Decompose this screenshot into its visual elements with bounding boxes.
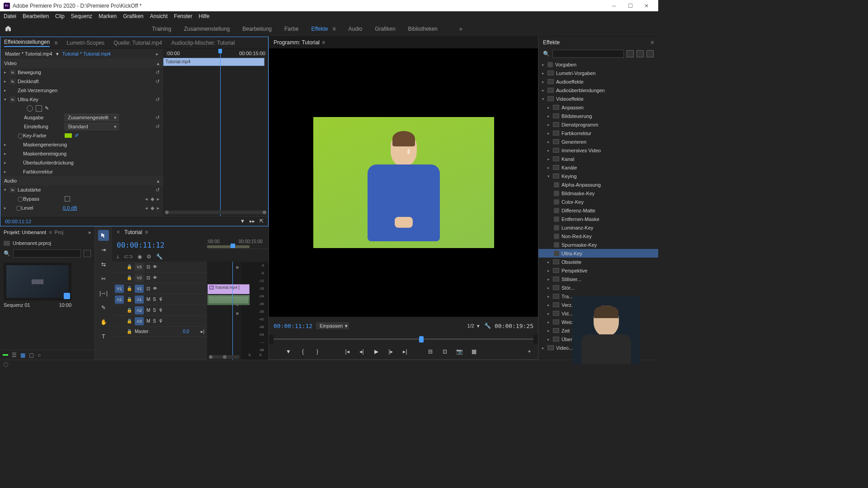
linked-selection-icon[interactable]: ⊂⊃ (124, 253, 133, 260)
chevron-right-icon[interactable]: ▸ (4, 88, 9, 93)
type-tool[interactable]: T (98, 331, 109, 342)
workspace-farbe[interactable]: Farbe (284, 26, 298, 32)
export-frame-icon[interactable]: ⇱ (259, 218, 264, 224)
panel-menu-icon[interactable]: ≡ (145, 229, 148, 235)
home-icon[interactable] (5, 25, 13, 33)
snap-icon[interactable]: ⫰ (117, 253, 119, 260)
panel-menu-icon[interactable]: ≡ (49, 230, 52, 235)
program-monitor[interactable]: ✐ (269, 48, 538, 317)
tree-kanale[interactable]: ▸Kanäle (538, 163, 658, 172)
play-only-icon[interactable]: ▸▸ (250, 218, 255, 224)
pen-mask-icon[interactable]: ✎ (45, 105, 51, 112)
keyframe-handle[interactable] (236, 303, 239, 306)
track-target-a1[interactable]: A1 (135, 296, 144, 304)
tree-spur[interactable]: Spurmaske-Key (538, 240, 658, 249)
play-button[interactable]: ▶ (372, 347, 380, 356)
filter-icon[interactable] (84, 250, 91, 257)
program-scrub-bar[interactable] (274, 335, 533, 344)
chevron-right-icon[interactable]: ▸ (4, 70, 9, 75)
lock-icon[interactable]: 🔒 (127, 297, 132, 302)
ausgabe-dropdown[interactable]: Zusammengestellt (65, 114, 119, 121)
razor-tool[interactable]: ✂ (98, 273, 109, 284)
marker-icon[interactable]: ◉ (137, 253, 142, 260)
freeform-view-icon[interactable]: ▢ (29, 352, 34, 358)
filter-yuv-icon[interactable] (646, 50, 654, 57)
collapse-icon[interactable]: ▴ (157, 178, 160, 184)
master-value[interactable]: 0,0 (183, 329, 189, 334)
add-button-icon[interactable]: + (525, 347, 533, 356)
lock-icon[interactable]: 🔒 (127, 319, 132, 324)
next-keyframe-icon[interactable]: ▸ (157, 205, 160, 211)
keyframe-handle[interactable] (236, 266, 239, 269)
zoom-slider[interactable]: ○ (38, 352, 41, 358)
workspace-grafiken[interactable]: Grafiken (375, 26, 395, 32)
eye-icon[interactable]: 👁 (153, 264, 159, 269)
tree-audioeffekte[interactable]: ▸Audioeffekte (538, 77, 658, 86)
tree-immersiv[interactable]: ▸Immersives Video (538, 146, 658, 155)
reset-icon[interactable]: ↺ (156, 187, 160, 193)
program-timecode-current[interactable]: 00:00:11:12 (274, 323, 312, 329)
solo-button[interactable]: S (153, 319, 156, 324)
tree-lumetri[interactable]: ▸Lumetri-Vorgaben (538, 69, 658, 77)
mic-icon[interactable]: 🎙 (159, 308, 163, 313)
next-keyframe-icon[interactable]: ▸ (157, 196, 160, 202)
mute-button[interactable]: M (146, 308, 150, 313)
menu-ansicht[interactable]: Ansicht (150, 13, 167, 19)
eye-icon[interactable]: 👁 (153, 286, 159, 291)
tab-lumetri-scopes[interactable]: Lumetri-Scopes (66, 40, 104, 46)
lock-icon[interactable]: 🔒 (127, 275, 132, 280)
tab-audioclip-mischer[interactable]: Audioclip-Mischer: Tutorial (171, 40, 235, 46)
tree-obsolete[interactable]: ▸Obsolete (538, 258, 658, 266)
bypass-checkbox[interactable] (65, 196, 70, 202)
menu-bearbeiten[interactable]: Bearbeiten (23, 13, 49, 19)
menu-sequenz[interactable]: Sequenz (71, 13, 92, 19)
tree-alpha[interactable]: Alpha-Anpassung (538, 180, 658, 189)
timeline-audio-clip[interactable] (208, 295, 250, 305)
fx-badge[interactable]: fx (9, 187, 16, 193)
work-area-bar[interactable] (207, 245, 250, 248)
solo-left[interactable]: S (248, 353, 250, 357)
rect-mask-icon[interactable] (36, 105, 42, 112)
timeline-playhead[interactable] (231, 244, 235, 248)
timeline-timecode[interactable]: 00:00:11:12 (117, 241, 165, 249)
tree-vorgaben[interactable]: ▸Vorgaben (538, 60, 658, 69)
lift-icon[interactable]: ⊟ (426, 347, 434, 356)
ec-playhead[interactable] (220, 49, 221, 216)
pen-tool[interactable]: ✎ (98, 302, 109, 313)
prop-ultrakey[interactable]: Ultra-Key (18, 97, 156, 102)
timeline-tab[interactable]: Tutorial (124, 229, 142, 235)
reset-icon[interactable]: ↺ (156, 97, 160, 103)
track-target-v2[interactable]: V2 (135, 274, 144, 282)
tree-luminanz[interactable]: Luminanz-Key (538, 223, 658, 232)
playhead-line[interactable] (232, 262, 233, 360)
panel-menu-icon[interactable]: ≡ (651, 39, 654, 46)
mark-in-icon[interactable]: ▼ (284, 347, 292, 356)
tree-ultrakey[interactable]: Ultra-Key (538, 249, 658, 258)
menu-clip[interactable]: Clip (55, 13, 65, 19)
workspace-zusammenstellung[interactable]: Zusammenstellung (184, 26, 230, 32)
lock-icon[interactable]: 🔒 (127, 264, 132, 269)
menu-grafiken[interactable]: Grafiken (123, 13, 143, 19)
close-tab-icon[interactable]: × (117, 229, 120, 235)
tl-zoom-handle[interactable] (209, 355, 212, 359)
track-select-tool[interactable]: ⇥ (98, 244, 109, 255)
chevron-right-icon[interactable]: ▸ (4, 151, 9, 156)
comparison-view-icon[interactable]: ▦ (470, 347, 478, 356)
step-forward-icon[interactable]: |▸ (387, 347, 395, 356)
settings-icon[interactable]: ⚙ (146, 253, 151, 260)
eye-icon[interactable]: 👁 (153, 275, 159, 280)
tree-videoeffekte[interactable]: ▾Videoeffekte (538, 94, 658, 103)
solo-button[interactable]: S (153, 308, 156, 313)
slip-tool[interactable]: |↔| (98, 288, 109, 299)
filter-32bit-icon[interactable] (637, 50, 644, 57)
workspace-overflow-icon[interactable]: » (459, 26, 462, 32)
tree-kanal[interactable]: ▸Kanal (538, 155, 658, 163)
timeline-video-clip[interactable]: fxTutorial.mp4 [ (208, 284, 250, 294)
filter-icon[interactable]: ▼ (240, 218, 245, 224)
source-v1[interactable]: V1 (115, 285, 124, 293)
tree-stor[interactable]: ▸Stör... (538, 283, 658, 292)
sync-lock-icon[interactable]: ⊡ (146, 286, 150, 291)
source-a1[interactable]: A1 (115, 296, 124, 304)
reset-icon[interactable]: ↺ (156, 115, 160, 121)
prop-lautstarke[interactable]: Lautstärke (18, 187, 156, 192)
